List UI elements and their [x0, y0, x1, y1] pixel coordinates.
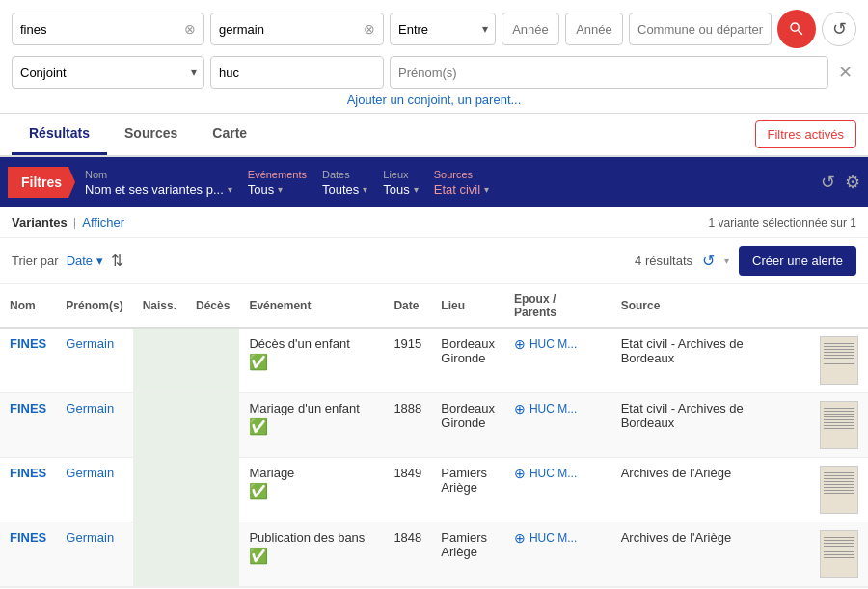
- huc-link-3[interactable]: ⊕ HUC M...: [514, 530, 602, 546]
- conjoint-clear-icon[interactable]: ✕: [834, 62, 856, 83]
- filtres-actives-button[interactable]: Filtres activés: [755, 120, 856, 148]
- filter-sources-group: Sources Etat civil ▾: [434, 169, 489, 197]
- filter-evenements-value[interactable]: Tous ▾: [248, 182, 307, 197]
- doc-thumb-0[interactable]: [820, 336, 858, 385]
- conjoint-prenom-wrap: [390, 56, 828, 89]
- cell-doc-0: [810, 328, 868, 393]
- nom-input[interactable]: [20, 22, 180, 37]
- filter-sources-value[interactable]: Etat civil ▾: [434, 182, 489, 197]
- cell-date-3: 1848: [384, 522, 431, 587]
- nom-link-2[interactable]: FINES: [10, 466, 46, 480]
- search-row-2: Conjoint Parent Enfant ✕: [12, 56, 856, 89]
- entre-select[interactable]: Entre Avant Après Exactement: [390, 13, 496, 45]
- annee2-wrap: [565, 13, 623, 45]
- annee1-input[interactable]: [502, 13, 559, 45]
- search-button[interactable]: [777, 10, 816, 48]
- variantes-count: 1 variante sélectionnée sur 1: [709, 216, 856, 229]
- cell-source-2: Archives de l'Ariège: [611, 458, 810, 522]
- filter-nom-group: Nom Nom et ses variantes p... ▾: [85, 169, 232, 197]
- evenements-chevron-icon: ▾: [278, 184, 283, 195]
- cell-lieu-2: Pamiers Ariège: [431, 458, 504, 522]
- prenom-link-2[interactable]: Germain: [66, 466, 114, 480]
- nom-clear-icon[interactable]: ⊗: [184, 21, 196, 37]
- entre-wrap: Entre Avant Après Exactement: [390, 13, 496, 45]
- col-date: Date: [384, 284, 431, 328]
- sort-right: 4 résultats ↺ ▾ Créer une alerte: [635, 246, 856, 276]
- col-source: Source: [611, 284, 810, 328]
- prenom-link-0[interactable]: Germain: [66, 336, 114, 351]
- filtres-label: Filtres: [8, 167, 75, 198]
- resultats-refresh-icon[interactable]: ↺: [702, 252, 715, 270]
- filter-dates-value[interactable]: Toutes ▾: [322, 182, 367, 197]
- doc-thumb-3[interactable]: [820, 530, 858, 578]
- filter-dates-label: Dates: [322, 169, 367, 180]
- col-nom: Nom: [0, 284, 56, 328]
- annee2-input[interactable]: [565, 13, 623, 45]
- sort-date-button[interactable]: Date ▾: [67, 254, 103, 268]
- filter-refresh-icon[interactable]: ↺: [821, 172, 835, 193]
- filter-evenements-label: Evénements: [248, 169, 307, 180]
- ajouter-link[interactable]: Ajouter un conjoint, un parent...: [12, 93, 856, 107]
- filter-sources-label: Sources: [434, 169, 489, 180]
- cell-naiss-1: [133, 393, 186, 458]
- cell-nom-3: FINES: [0, 522, 56, 587]
- prenom-input[interactable]: [219, 22, 360, 37]
- nom-chevron-icon: ▾: [228, 184, 232, 195]
- tab-sources[interactable]: Sources: [107, 114, 195, 155]
- col-deces: Décès: [186, 284, 239, 328]
- doc-thumb-2[interactable]: [820, 466, 858, 514]
- filter-settings-icon[interactable]: ⚙: [845, 172, 860, 193]
- sort-arrows-icon[interactable]: ⇅: [111, 252, 123, 270]
- conjoint-wrap: Conjoint Parent Enfant: [12, 56, 204, 89]
- results-table: Nom Prénom(s) Naiss. Décès Evénement Dat…: [0, 284, 868, 587]
- filter-lieux-label: Lieux: [383, 169, 418, 180]
- prenom-field-wrap: ⊗: [210, 13, 384, 45]
- variantes-afficher-link[interactable]: Afficher: [82, 215, 124, 229]
- table-header: Nom Prénom(s) Naiss. Décès Evénement Dat…: [0, 284, 868, 328]
- creer-alerte-button[interactable]: Créer une alerte: [739, 246, 856, 276]
- conjoint-nom-input[interactable]: [219, 66, 375, 80]
- cell-doc-3: [810, 522, 868, 587]
- main-tabs: Résultats Sources Carte: [12, 114, 264, 155]
- table-body: FINES Germain Décès d'un enfant ✅ 1915 B…: [0, 328, 868, 587]
- search-icon: [788, 20, 805, 38]
- commune-input[interactable]: [637, 22, 763, 37]
- cell-doc-1: [810, 393, 868, 458]
- prenom-link-3[interactable]: Germain: [66, 530, 114, 545]
- cell-deces-1: [186, 393, 239, 458]
- prenom-link-1[interactable]: Germain: [66, 401, 114, 415]
- col-epoux: Epoux / Parents: [504, 284, 611, 328]
- tab-resultats[interactable]: Résultats: [12, 114, 107, 155]
- table-row: FINES Germain Décès d'un enfant ✅ 1915 B…: [0, 328, 868, 393]
- huc-link-1[interactable]: ⊕ HUC M...: [514, 401, 602, 416]
- cell-evenement-1: Mariage d'un enfant ✅: [239, 393, 384, 458]
- conjoint-prenom-input[interactable]: [390, 56, 828, 89]
- conjoint-select[interactable]: Conjoint Parent Enfant: [12, 56, 204, 89]
- cell-naiss-0: [133, 328, 186, 393]
- cell-epoux-0: ⊕ HUC M...: [504, 328, 611, 393]
- sources-chevron-icon: ▾: [484, 184, 489, 195]
- reset-button[interactable]: ↺: [822, 12, 856, 46]
- doc-thumb-1[interactable]: [820, 401, 858, 449]
- nom-link-3[interactable]: FINES: [10, 530, 46, 545]
- resultats-chevron-icon[interactable]: ▾: [724, 255, 729, 266]
- nom-link-1[interactable]: FINES: [10, 401, 46, 415]
- tabs-bar: Résultats Sources Carte Filtres activés: [0, 114, 868, 157]
- nom-link-0[interactable]: FINES: [10, 336, 46, 351]
- huc-link-2[interactable]: ⊕ HUC M...: [514, 466, 602, 481]
- filters-bar: Filtres Nom Nom et ses variantes p... ▾ …: [0, 157, 868, 207]
- huc-link-0[interactable]: ⊕ HUC M...: [514, 336, 602, 352]
- cell-prenom-1: Germain: [56, 393, 132, 458]
- prenom-clear-icon[interactable]: ⊗: [364, 21, 375, 37]
- cell-doc-2: [810, 458, 868, 522]
- filter-dates-group: Dates Toutes ▾: [322, 169, 367, 197]
- variantes-bar: Variantes | Afficher 1 variante sélectio…: [0, 207, 868, 238]
- col-evenement: Evénement: [239, 284, 384, 328]
- cell-lieu-3: Pamiers Ariège: [431, 522, 504, 587]
- filter-nom-value[interactable]: Nom et ses variantes p... ▾: [85, 182, 232, 197]
- tab-carte[interactable]: Carte: [195, 114, 264, 155]
- huc-icon-2: ⊕: [514, 466, 526, 481]
- cell-date-0: 1915: [384, 328, 431, 393]
- filter-lieux-value[interactable]: Tous ▾: [383, 182, 418, 197]
- annee1-wrap: [502, 13, 559, 45]
